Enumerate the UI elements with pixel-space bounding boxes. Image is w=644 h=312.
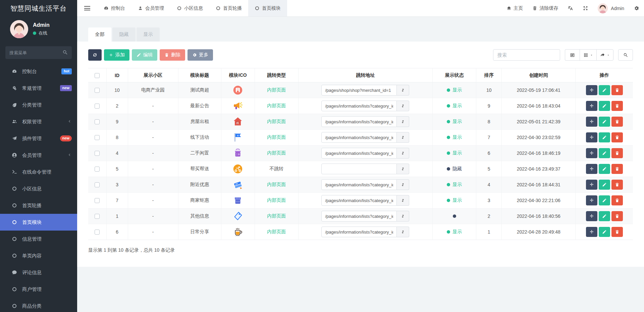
row-drag-button[interactable] [586, 85, 597, 95]
jump-url-input[interactable] [321, 164, 397, 174]
open-link-button[interactable] [397, 195, 409, 206]
row-checkbox[interactable] [95, 151, 100, 156]
clear-cache-button[interactable]: 清除缓存 [528, 0, 563, 16]
topnav-tab-5[interactable]: 首页模块 [248, 0, 287, 16]
row-delete-button[interactable] [611, 211, 623, 221]
delete-button[interactable]: 删除 [160, 49, 185, 61]
row-edit-button[interactable] [599, 164, 610, 174]
jump-url-input[interactable] [321, 101, 397, 111]
table-search-input[interactable] [493, 49, 560, 61]
open-link-button[interactable] [397, 101, 409, 111]
topnav-user[interactable]: Admin [593, 0, 629, 16]
user-avatar[interactable] [10, 20, 28, 38]
row-edit-button[interactable] [599, 117, 610, 127]
row-delete-button[interactable] [611, 117, 623, 127]
row-delete-button[interactable] [611, 164, 623, 174]
home-link[interactable]: 主页 [502, 0, 528, 16]
settings-button[interactable] [629, 0, 644, 16]
open-link-button[interactable] [397, 211, 409, 222]
jump-url-input[interactable] [321, 179, 397, 190]
sidebar-item-9[interactable]: 首页轮播 [0, 197, 77, 214]
row-checkbox[interactable] [95, 230, 100, 235]
export-button[interactable] [596, 49, 613, 61]
sidebar-item-7[interactable]: 在线命令管理 [0, 164, 77, 180]
row-delete-button[interactable] [611, 195, 623, 205]
topnav-tab-3[interactable]: 小区信息 [170, 0, 209, 16]
sidebar-item-15[interactable]: 商品分类 [0, 298, 77, 312]
row-drag-button[interactable] [586, 148, 597, 158]
sidebar-item-3[interactable]: 分类管理 [0, 97, 77, 113]
jump-url-input[interactable] [321, 227, 397, 237]
jump-url-input[interactable] [321, 132, 397, 143]
row-edit-button[interactable] [599, 101, 610, 111]
row-edit-button[interactable] [599, 132, 610, 142]
row-drag-button[interactable] [586, 227, 597, 237]
row-drag-button[interactable] [586, 180, 597, 190]
row-edit-button[interactable] [599, 148, 610, 158]
open-link-button[interactable] [397, 179, 409, 190]
jump-url-input[interactable] [321, 148, 397, 159]
topnav-tab-2[interactable]: 会员管理 [131, 0, 170, 16]
sidebar-item-2[interactable]: 常规管理new [0, 80, 77, 97]
row-edit-button[interactable] [599, 211, 610, 221]
open-link-button[interactable] [397, 164, 409, 174]
row-checkbox[interactable] [95, 167, 100, 172]
row-delete-button[interactable] [611, 180, 623, 190]
sidebar-item-14[interactable]: 商户管理 [0, 281, 77, 298]
jump-url-input[interactable] [321, 195, 397, 206]
row-drag-button[interactable] [586, 164, 597, 174]
language-switch-button[interactable] [563, 0, 578, 16]
row-checkbox[interactable] [95, 104, 100, 109]
row-checkbox[interactable] [95, 182, 100, 187]
topnav-tab-1[interactable]: 控制台 [97, 0, 131, 16]
row-edit-button[interactable] [599, 85, 610, 95]
filter-tab-3[interactable]: 显示 [137, 27, 160, 42]
topnav-tab-4[interactable]: 首页轮播 [209, 0, 248, 16]
jump-url-input[interactable] [321, 116, 397, 127]
open-link-button[interactable] [397, 148, 409, 159]
open-link-button[interactable] [397, 132, 409, 143]
edit-button[interactable]: 编辑 [132, 49, 157, 61]
open-link-button[interactable] [397, 116, 409, 127]
row-checkbox[interactable] [95, 88, 100, 93]
row-drag-button[interactable] [586, 132, 597, 142]
columns-button[interactable] [580, 49, 596, 61]
row-edit-button[interactable] [599, 227, 610, 237]
sidebar-item-10[interactable]: 首页模块 [0, 214, 77, 231]
search-submit-button[interactable] [618, 49, 633, 61]
row-delete-button[interactable] [611, 227, 623, 237]
sidebar-item-12[interactable]: 单页内容 [0, 247, 77, 264]
row-checkbox[interactable] [95, 198, 100, 203]
jump-url-input[interactable] [321, 85, 397, 96]
row-drag-button[interactable] [586, 117, 597, 127]
row-checkbox[interactable] [95, 214, 100, 219]
jump-url-input[interactable] [321, 211, 397, 222]
select-all-checkbox[interactable] [95, 73, 100, 78]
sidebar-item-4[interactable]: 权限管理 [0, 113, 77, 130]
row-drag-button[interactable] [586, 195, 597, 205]
add-button[interactable]: 添加 [104, 49, 129, 61]
more-button[interactable]: 更多 [187, 49, 213, 61]
hamburger-menu-icon[interactable] [77, 0, 97, 16]
sidebar-item-11[interactable]: 信息管理 [0, 231, 77, 247]
row-edit-button[interactable] [599, 180, 610, 190]
row-drag-button[interactable] [586, 211, 597, 221]
filter-tab-2[interactable]: 隐藏 [112, 27, 136, 42]
row-edit-button[interactable] [599, 195, 610, 205]
row-delete-button[interactable] [611, 85, 623, 95]
sidebar-item-5[interactable]: 插件管理new [0, 130, 77, 147]
fullscreen-button[interactable] [578, 0, 593, 16]
filter-tab-1[interactable]: 全部 [88, 27, 111, 42]
sidebar-item-1[interactable]: 控制台hot [0, 63, 77, 80]
open-link-button[interactable] [397, 85, 409, 96]
row-delete-button[interactable] [611, 101, 623, 111]
row-delete-button[interactable] [611, 148, 623, 158]
sidebar-item-13[interactable]: 评论信息 [0, 264, 77, 281]
menu-search-input[interactable] [5, 46, 72, 59]
row-checkbox[interactable] [95, 119, 100, 124]
sidebar-item-8[interactable]: 小区信息 [0, 180, 77, 197]
row-checkbox[interactable] [95, 135, 100, 140]
detail-view-button[interactable] [565, 49, 580, 61]
refresh-button[interactable] [88, 49, 102, 61]
row-drag-button[interactable] [586, 101, 597, 111]
